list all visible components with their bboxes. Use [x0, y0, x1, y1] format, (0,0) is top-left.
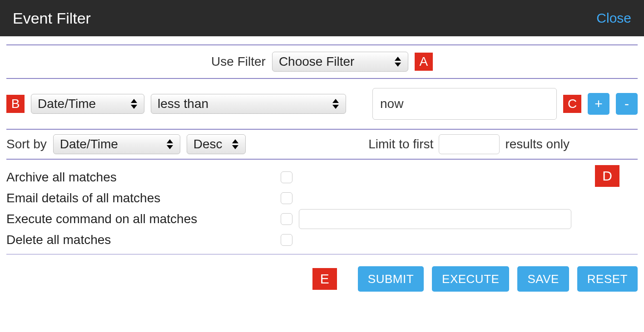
archive-label: Archive all matches — [6, 170, 281, 185]
updown-icon — [392, 52, 403, 71]
save-button[interactable]: SAVE — [517, 266, 569, 292]
criteria-operator-selected: less than — [151, 97, 228, 111]
reset-button[interactable]: RESET — [577, 266, 638, 292]
dialog-header: Event Filter Close — [0, 0, 644, 36]
execute-button[interactable]: EXECUTE — [432, 266, 509, 292]
use-filter-row: Use Filter Choose Filter A — [6, 45, 638, 78]
annotation-badge-d: D — [595, 165, 619, 187]
sort-direction-select[interactable]: Desc — [187, 134, 246, 154]
updown-icon — [164, 135, 175, 154]
sort-label: Sort by — [6, 137, 47, 151]
limit-prefix: Limit to first — [368, 137, 433, 151]
criteria-value-input[interactable] — [372, 88, 557, 120]
use-filter-label: Use Filter — [211, 54, 266, 69]
updown-icon — [230, 135, 241, 154]
close-link[interactable]: Close — [596, 10, 631, 26]
sort-row: Sort by Date/Time Desc Limit to first re… — [6, 130, 638, 159]
add-criterion-button[interactable]: + — [588, 93, 609, 115]
sort-field-select[interactable]: Date/Time — [53, 134, 180, 154]
annotation-badge-b: B — [6, 95, 25, 113]
remove-criterion-button[interactable]: - — [616, 93, 638, 115]
delete-checkbox[interactable] — [281, 234, 292, 246]
email-checkbox[interactable] — [281, 192, 292, 204]
criteria-field-selected: Date/Time — [31, 97, 116, 111]
execute-command-input[interactable] — [299, 209, 571, 229]
annotation-badge-c: C — [563, 95, 581, 113]
use-filter-select[interactable]: Choose Filter — [272, 52, 408, 72]
submit-button[interactable]: SUBMIT — [358, 266, 424, 292]
limit-suffix: results only — [505, 137, 570, 151]
use-filter-selected: Choose Filter — [272, 54, 375, 69]
archive-checkbox[interactable] — [281, 171, 292, 183]
dialog-title: Event Filter — [13, 10, 91, 27]
sort-field-selected: Date/Time — [54, 137, 138, 151]
limit-input[interactable] — [439, 134, 500, 154]
limit-group: Limit to first results only — [368, 134, 570, 154]
email-label: Email details of all matches — [6, 191, 281, 205]
annotation-badge-a: A — [415, 53, 433, 71]
button-row: E SUBMIT EXECUTE SAVE RESET — [6, 254, 638, 292]
criteria-operator-select[interactable]: less than — [151, 94, 346, 114]
delete-label: Delete all matches — [6, 233, 281, 247]
actions-section: D Archive all matches Email details of a… — [6, 160, 638, 254]
execute-checkbox[interactable] — [281, 213, 292, 225]
updown-icon — [129, 94, 139, 113]
updown-icon — [330, 94, 341, 113]
execute-label: Execute command on all matches — [6, 212, 281, 226]
annotation-badge-e: E — [312, 268, 337, 290]
criteria-field-select[interactable]: Date/Time — [31, 94, 144, 114]
criteria-row: B Date/Time less than C + - — [6, 79, 638, 129]
